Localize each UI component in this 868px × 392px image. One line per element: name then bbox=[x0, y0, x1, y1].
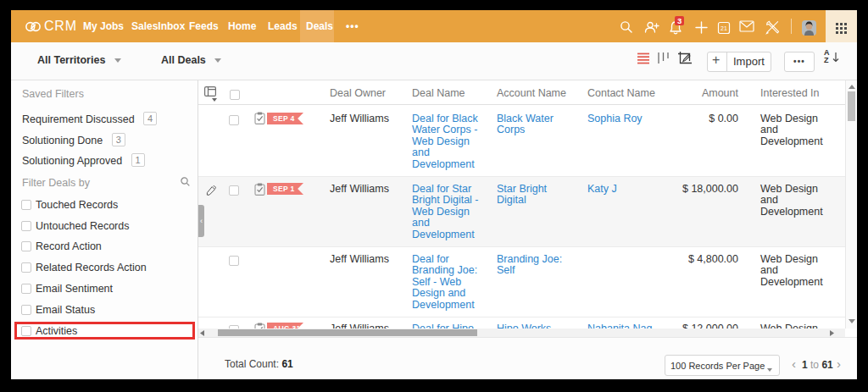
svg-text:21: 21 bbox=[721, 25, 727, 31]
